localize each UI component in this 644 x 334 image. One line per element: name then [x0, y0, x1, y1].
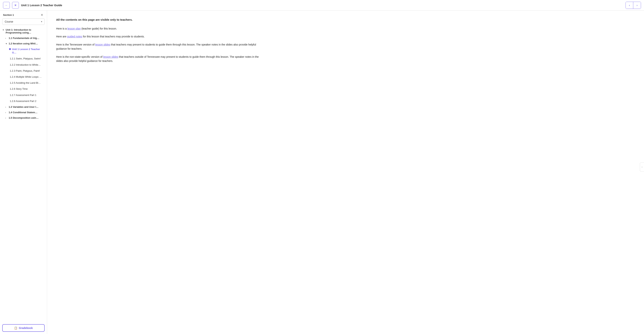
list-item[interactable]: 1.2.2 Introduction to While… [7, 62, 47, 68]
back-button[interactable]: ← [3, 2, 10, 9]
right-collapse-button[interactable]: ‹ [640, 163, 644, 171]
lesson-plan-link[interactable]: lesson plan [68, 27, 81, 30]
section-label: Section 1 [3, 13, 14, 16]
lesson-slides-link-1[interactable]: lesson slides [95, 43, 110, 46]
sidebar-item-active[interactable]: Unit 1 Lesson 2 Teacher G… [7, 46, 47, 56]
chevron-right-icon: › [5, 117, 8, 119]
unit1-label: Unit 1: Introduction to Programming usin… [6, 28, 45, 34]
sidebar: Section 1 ✕ Course ▾ ▼ Unit 1: Introduct… [0, 10, 47, 334]
chevron-right-icon: › [5, 111, 8, 114]
list-item[interactable]: 1.2.4 Multiple While Loops … [7, 74, 47, 80]
para1-prefix: Here is a [56, 27, 68, 30]
active-dot-icon [9, 48, 11, 50]
chevron-down-icon: ▼ [2, 29, 4, 31]
sidebar-item-1-3[interactable]: › 1.3 Variables and User I… [3, 104, 47, 110]
close-button[interactable]: ✕ [12, 2, 19, 9]
sidebar-close-button[interactable]: ✕ [40, 13, 44, 17]
sub-item-label: 1.2.5 Avoiding the Land Bl… [10, 81, 45, 85]
header: ← ✕ Unit 1 Lesson 2 Teacher Guide ‹ › [0, 0, 644, 10]
sidebar-tree: ▼ Unit 1: Introduction to Programming us… [0, 27, 47, 322]
sub-item-label: 1.2.7 Assessment Part 1 [10, 93, 45, 97]
teacher-notice: All the contents on this page are visibl… [56, 18, 635, 21]
main-layout: Section 1 ✕ Course ▾ ▼ Unit 1: Introduct… [0, 0, 644, 334]
chevron-right-icon: › [5, 37, 8, 39]
sub-item-label: 1.2.2 Introduction to While… [10, 63, 45, 67]
list-item[interactable]: 1.2.1 Swim, Platypus, Swim! [7, 56, 47, 62]
item-1-5-label: 1.5 Decomposition usin… [9, 116, 38, 119]
paragraph-2: Here are guided notes for this lesson th… [56, 34, 263, 38]
para2-prefix: Here are [56, 35, 67, 38]
sidebar-item-1-4[interactable]: › 1.4 Conditional Statem… [3, 110, 47, 115]
gradebook-icon: 📋 [14, 327, 17, 330]
chevron-left-icon: ‹ [642, 166, 642, 168]
page-title: Unit 1 Lesson 2 Teacher Guide [21, 3, 623, 7]
item-1-4-label: 1.4 Conditional Statem… [9, 111, 38, 114]
next-button[interactable]: › [633, 2, 641, 9]
list-item[interactable]: 1.2.7 Assessment Part 1 [7, 92, 47, 98]
sub-item-label: 1.2.3 Paint, Platypus, Paint! [10, 69, 45, 73]
sub-item-label: 1.2.6 Story Time [10, 87, 45, 91]
sidebar-item-1-5[interactable]: › 1.5 Decomposition usin… [3, 115, 47, 121]
gradebook-button[interactable]: 📋 Gradebook [2, 324, 45, 332]
content-area: All the contents on this page are visibl… [47, 10, 644, 334]
sub-item-label: 1.2.1 Swim, Platypus, Swim! [10, 57, 45, 60]
sub-item-label: 1.2.4 Multiple While Loops … [10, 75, 45, 79]
sidebar-section-header: Section 1 ✕ [0, 10, 47, 18]
list-item[interactable]: 1.2.6 Story Time [7, 86, 47, 92]
active-item-label: Unit 1 Lesson 2 Teacher G… [12, 48, 45, 54]
sidebar-item-unit1[interactable]: ▼ Unit 1: Introduction to Programming us… [0, 27, 47, 35]
course-dropdown[interactable]: Course ▾ [2, 18, 45, 25]
lesson-slides-link-2[interactable]: lesson slides [103, 55, 118, 58]
course-dropdown-label: Course [5, 20, 13, 23]
chevron-down-icon: ▼ [5, 42, 8, 45]
prev-button[interactable]: ‹ [626, 2, 633, 9]
list-item[interactable]: 1.2.3 Paint, Platypus, Paint! [7, 68, 47, 74]
para2-suffix: for this lesson that teachers may provid… [82, 35, 145, 38]
sub-item-label: 1.2.8 Assessment Part 2 [10, 100, 45, 103]
list-item[interactable]: 1.2.8 Assessment Part 2 [7, 98, 47, 104]
guided-notes-link[interactable]: guided notes [67, 35, 82, 38]
chevron-down-icon: ▾ [41, 20, 42, 23]
para3-prefix: Here is the Tennessee version of [56, 43, 95, 46]
sidebar-item-1-1[interactable]: › 1.1 Fundamentals of Alg… [3, 35, 47, 41]
nav-controls: ‹ › [626, 2, 641, 9]
sidebar-item-1-2[interactable]: ▼ 1.2 Iteration using Whil… [3, 41, 47, 46]
paragraph-4: Here is the non-state-specific version o… [56, 55, 263, 63]
item-1-2-label: 1.2 Iteration using Whil… [9, 42, 38, 45]
sub-items-list: 1.2.1 Swim, Platypus, Swim! 1.2.2 Introd… [7, 56, 47, 104]
paragraph-1: Here is a lesson plan (teacher guide) fo… [56, 26, 263, 31]
item-1-1-label: 1.1 Fundamentals of Alg… [9, 37, 39, 39]
paragraph-3: Here is the Tennessee version of lesson … [56, 42, 263, 51]
item-1-3-label: 1.3 Variables and User I… [9, 106, 38, 108]
list-item[interactable]: 1.2.5 Avoiding the Land Bl… [7, 80, 47, 86]
gradebook-label: Gradebook [19, 327, 33, 330]
para4-prefix: Here is the non-state-specific version o… [56, 55, 103, 58]
chevron-right-icon: › [5, 106, 8, 108]
para1-suffix: (teacher guide) for this lesson. [81, 27, 117, 30]
